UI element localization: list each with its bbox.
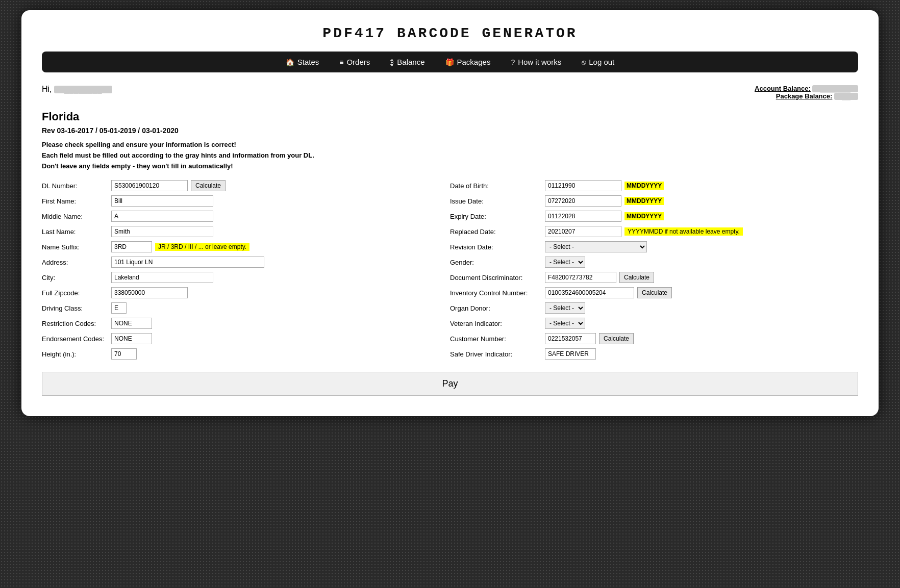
middle-name-input[interactable] (111, 211, 213, 222)
middle-name-label: Middle Name: (42, 213, 108, 220)
replaced-date-input[interactable] (545, 226, 621, 237)
instruction-1: Please check spelling and ensure your in… (42, 141, 858, 148)
zipcode-label: Full Zipcode: (42, 289, 108, 297)
site-title: PDF417 BARCODE GENERATOR (42, 25, 858, 41)
pay-button-row: Pay (42, 372, 858, 396)
height-input[interactable] (111, 348, 137, 360)
logout-icon: ⎋ (582, 58, 586, 66)
city-input[interactable] (111, 272, 213, 283)
inv-control-input[interactable] (545, 287, 634, 298)
instructions: Please check spelling and ensure your in… (42, 141, 858, 170)
package-balance-link[interactable]: Package Balance: (776, 92, 833, 100)
dl-calculate-button[interactable]: Calculate (191, 180, 226, 191)
instruction-2: Each field must be filled out according … (42, 151, 858, 159)
doc-disc-calculate-button[interactable]: Calculate (619, 272, 654, 283)
last-name-row: Last Name: (42, 226, 450, 237)
safe-driver-row: Safe Driver Indicator: (450, 348, 858, 360)
nav-bar: 🏠 States ≡ Orders ₿ Balance 🎁 Packages ?… (42, 52, 858, 72)
height-row: Height (in.): (42, 348, 450, 360)
instruction-3: Don't leave any fields empty - they won'… (42, 162, 858, 170)
last-name-label: Last Name: (42, 228, 108, 236)
name-suffix-hint: JR / 3RD / III / ... or leave empty. (155, 243, 249, 251)
dl-number-input[interactable] (111, 180, 188, 191)
endorsement-codes-row: Endorsement Codes: (42, 333, 450, 344)
revision-date-label: Revision Date: (450, 243, 542, 251)
greeting: Hi, ████████ (42, 85, 112, 94)
balance-icon: ₿ (390, 58, 394, 66)
revision-date-select[interactable]: - Select - Option1 Option2 (545, 241, 647, 252)
dl-number-label: DL Number: (42, 182, 108, 190)
right-column: Date of Birth: MMDDYYYY Issue Date: MMDD… (450, 180, 858, 360)
name-suffix-input[interactable] (111, 241, 152, 252)
address-input[interactable] (111, 257, 264, 268)
dob-hint: MMDDYYYY (624, 182, 664, 190)
restriction-codes-row: Restriction Codes: (42, 318, 450, 329)
zipcode-input[interactable] (111, 287, 188, 298)
veteran-row: Veteran Indicator: - Select - Yes No (450, 318, 858, 329)
address-label: Address: (42, 259, 108, 266)
customer-number-input[interactable] (545, 333, 596, 344)
safe-driver-input[interactable] (545, 348, 596, 360)
expiry-date-label: Expiry Date: (450, 213, 542, 220)
organ-donor-row: Organ Donor: - Select - Yes No (450, 302, 858, 314)
name-suffix-label: Name Suffix: (42, 243, 108, 251)
expiry-date-input[interactable] (545, 211, 621, 222)
endorsement-codes-label: Endorsement Codes: (42, 335, 108, 343)
doc-disc-label: Document Discriminator: (450, 274, 542, 282)
nav-states[interactable]: 🏠 States (286, 58, 319, 66)
doc-disc-input[interactable] (545, 272, 616, 283)
dl-number-row: DL Number: Calculate (42, 180, 450, 191)
gender-label: Gender: (450, 259, 542, 266)
nav-orders[interactable]: ≡ Orders (339, 58, 370, 66)
driving-class-row: Driving Class: (42, 302, 450, 314)
first-name-row: First Name: (42, 195, 450, 207)
driving-class-label: Driving Class: (42, 304, 108, 312)
username-display: ████████ (54, 86, 112, 93)
inv-control-label: Inventory Control Number: (450, 289, 542, 297)
doc-disc-row: Document Discriminator: Calculate (450, 272, 858, 283)
replaced-date-row: Replaced Date: YYYYMMDD if not available… (450, 226, 858, 237)
dob-row: Date of Birth: MMDDYYYY (450, 180, 858, 191)
expiry-date-row: Expiry Date: MMDDYYYY (450, 211, 858, 222)
nav-packages[interactable]: 🎁 Packages (445, 58, 491, 66)
safe-driver-label: Safe Driver Indicator: (450, 350, 542, 358)
veteran-select[interactable]: - Select - Yes No (545, 318, 585, 329)
nav-balance[interactable]: ₿ Balance (390, 58, 424, 66)
organ-donor-label: Organ Donor: (450, 304, 542, 312)
replaced-date-label: Replaced Date: (450, 228, 542, 236)
orders-icon: ≡ (339, 58, 343, 66)
rev-date: Rev 03-16-2017 / 05-01-2019 / 03-01-2020 (42, 126, 858, 135)
dob-label: Date of Birth: (450, 182, 542, 190)
city-row: City: (42, 272, 450, 283)
account-balance-link[interactable]: Account Balance: (755, 85, 811, 92)
restriction-codes-label: Restriction Codes: (42, 320, 108, 327)
zipcode-row: Full Zipcode: (42, 287, 450, 298)
gender-row: Gender: - Select - Male Female (450, 257, 858, 268)
issue-date-row: Issue Date: MMDDYYYY (450, 195, 858, 207)
gender-select[interactable]: - Select - Male Female (545, 257, 585, 268)
issue-date-input[interactable] (545, 195, 621, 207)
home-icon: 🏠 (286, 58, 294, 66)
driving-class-input[interactable] (111, 302, 127, 314)
packages-icon: 🎁 (445, 58, 454, 66)
customer-number-calculate-button[interactable]: Calculate (599, 333, 634, 344)
customer-number-row: Customer Number: Calculate (450, 333, 858, 344)
address-row: Address: (42, 257, 450, 268)
veteran-label: Veteran Indicator: (450, 320, 542, 327)
page-title: Florida (42, 110, 858, 123)
dob-input[interactable] (545, 180, 621, 191)
nav-logout[interactable]: ⎋ Log out (582, 58, 614, 66)
endorsement-codes-input[interactable] (111, 333, 152, 344)
left-column: DL Number: Calculate First Name: Middle … (42, 180, 450, 360)
restriction-codes-input[interactable] (111, 318, 152, 329)
issue-date-hint: MMDDYYYY (624, 197, 664, 205)
help-icon: ? (511, 58, 515, 66)
account-info: Account Balance: ███████ Package Balance… (755, 85, 858, 100)
first-name-input[interactable] (111, 195, 213, 207)
nav-how-it-works[interactable]: ? How it works (511, 58, 561, 66)
pay-button[interactable]: Pay (42, 372, 858, 396)
last-name-input[interactable] (111, 226, 213, 237)
package-balance-value: ██ (834, 93, 858, 100)
inv-control-calculate-button[interactable]: Calculate (637, 287, 672, 298)
organ-donor-select[interactable]: - Select - Yes No (545, 302, 585, 314)
